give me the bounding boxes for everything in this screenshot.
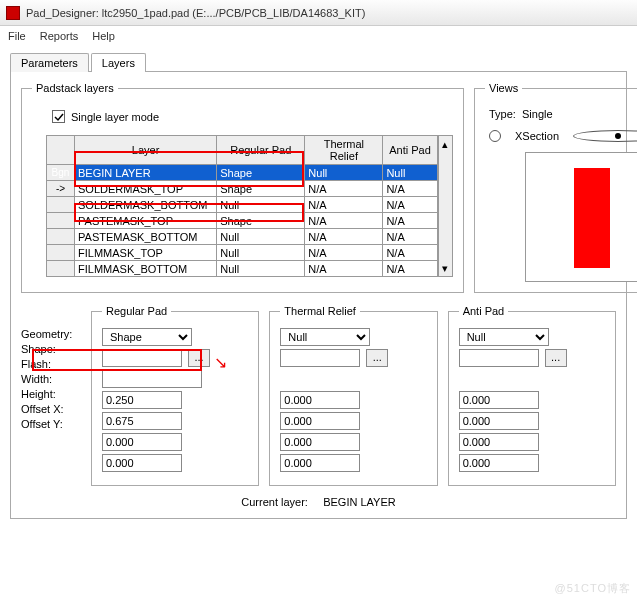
col-regular[interactable]: Regular Pad — [217, 136, 305, 165]
anti-offx[interactable] — [459, 433, 539, 451]
app-icon — [6, 6, 20, 20]
thermal-input[interactable] — [280, 349, 360, 367]
flash-input[interactable] — [102, 370, 202, 388]
views-legend: Views — [485, 82, 522, 94]
menu-bar: File Reports Help — [0, 26, 637, 46]
tab-layers[interactable]: Layers — [91, 53, 146, 72]
shape-input[interactable] — [102, 349, 182, 367]
table-row[interactable]: PASTEMASK_TOPShapeN/AN/A — [47, 213, 438, 229]
window-title: Pad_Designer: ltc2950_1pad.pad (E:.../PC… — [26, 7, 365, 19]
thermal-height[interactable] — [280, 412, 360, 430]
table-row[interactable]: FILMMASK_TOPNullN/AN/A — [47, 245, 438, 261]
tab-parameters[interactable]: Parameters — [10, 53, 89, 72]
thermal-offy[interactable] — [280, 454, 360, 472]
table-vscrollbar[interactable]: ▴ ▾ — [438, 135, 453, 277]
table-row[interactable]: Bgn BEGIN LAYERShapeNullNull — [47, 165, 438, 181]
single-layer-mode-label: Single layer mode — [71, 111, 159, 123]
table-row[interactable]: SOLDERMASK_BOTTOMNullN/AN/A — [47, 197, 438, 213]
single-layer-mode-checkbox[interactable] — [52, 110, 65, 123]
width-input[interactable] — [102, 391, 182, 409]
col-anti[interactable]: Anti Pad — [383, 136, 437, 165]
shape-browse-button[interactable]: ... — [188, 349, 210, 367]
anti-height[interactable] — [459, 412, 539, 430]
table-row[interactable]: PASTEMASK_BOTTOMNullN/AN/A — [47, 229, 438, 245]
annotation-arrow-icon: ↘ — [214, 353, 227, 372]
anti-browse-button[interactable]: ... — [545, 349, 567, 367]
table-row[interactable]: ->SOLDERMASK_TOPShapeN/AN/A — [47, 181, 438, 197]
title-bar: Pad_Designer: ltc2950_1pad.pad (E:.../PC… — [0, 0, 637, 26]
padstack-layers-group: Padstack layers Single layer mode Layer … — [21, 82, 464, 293]
views-group: Views Type: Single XSection Top — [474, 82, 637, 293]
anti-select[interactable]: Null — [459, 328, 549, 346]
table-row[interactable]: FILMMASK_BOTTOMNullN/AN/A — [47, 261, 438, 277]
padstack-legend: Padstack layers — [32, 82, 118, 94]
offsetx-input[interactable] — [102, 433, 182, 451]
thermal-browse-button[interactable]: ... — [366, 349, 388, 367]
menu-reports[interactable]: Reports — [40, 30, 79, 42]
pad-preview — [525, 152, 637, 282]
anti-pad-group: Anti Pad Null ... — [448, 305, 616, 486]
height-input[interactable] — [102, 412, 182, 430]
anti-offy[interactable] — [459, 454, 539, 472]
menu-help[interactable]: Help — [92, 30, 115, 42]
thermal-offx[interactable] — [280, 433, 360, 451]
scroll-down-icon[interactable]: ▾ — [439, 260, 452, 276]
col-layer[interactable]: Layer — [75, 136, 217, 165]
label-column: Geometry: Shape: Flash: Width: Height: O… — [21, 305, 81, 486]
regular-pad-group: Regular Pad Shape ... ↘ — [91, 305, 259, 486]
anti-width[interactable] — [459, 391, 539, 409]
menu-file[interactable]: File — [8, 30, 26, 42]
layer-table-wrap: Layer Regular Pad Thermal Relief Anti Pa… — [46, 135, 453, 277]
geometry-select[interactable]: Shape — [102, 328, 192, 346]
radio-xsection[interactable] — [489, 130, 501, 142]
scroll-up-icon[interactable]: ▴ — [439, 136, 452, 152]
offsety-input[interactable] — [102, 454, 182, 472]
thermal-relief-group: Thermal Relief Null ... — [269, 305, 437, 486]
thermal-select[interactable]: Null — [280, 328, 370, 346]
radio-top[interactable] — [573, 130, 637, 142]
layers-panel: Padstack layers Single layer mode Layer … — [10, 71, 627, 519]
pad-shape-preview — [574, 168, 610, 268]
anti-input[interactable] — [459, 349, 539, 367]
layer-table[interactable]: Layer Regular Pad Thermal Relief Anti Pa… — [46, 135, 438, 277]
current-layer-line: Current layer: BEGIN LAYER — [21, 496, 616, 508]
tab-strip: Parameters Layers — [10, 53, 627, 72]
col-thermal[interactable]: Thermal Relief — [305, 136, 383, 165]
thermal-width[interactable] — [280, 391, 360, 409]
watermark: @51CTO博客 — [555, 581, 631, 596]
